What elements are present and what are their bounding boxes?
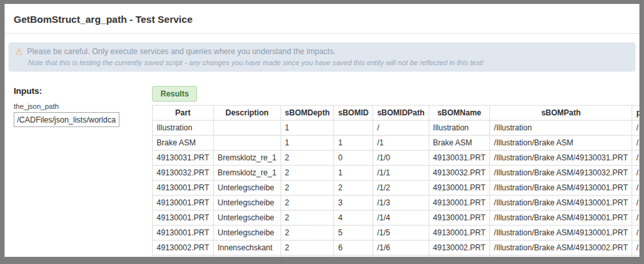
table-cell: Unterlegscheibe	[213, 196, 281, 211]
column-header-description[interactable]: Description	[213, 106, 281, 121]
table-cell: /	[632, 121, 639, 136]
table-cell: Illustration	[429, 121, 490, 136]
table-cell: Bremsklotz_re_1	[213, 166, 281, 181]
table-cell: 7	[334, 256, 373, 257]
table-cell: 2	[281, 166, 334, 181]
table-cell: /Illustration/Brake ASM/49130001.PRT	[490, 211, 632, 226]
results-table: PartDescriptionsBOMDepthsBOMIDsBOMIDPath…	[152, 105, 639, 257]
table-cell: 49130001.PRT	[429, 211, 490, 226]
table-cell: 49130001.PRT	[153, 226, 214, 241]
table-cell: Unterlegscheibe	[213, 226, 281, 241]
warning-line-1: ⚠ Please be careful. Only execute servic…	[15, 47, 628, 56]
table-cell: Bremsklotz_re_1	[213, 151, 281, 166]
table-cell: /1/7	[632, 256, 639, 257]
table-cell: /1	[373, 136, 429, 151]
table-cell: 2	[334, 181, 373, 196]
table-cell: /	[373, 121, 429, 136]
table-row[interactable]: Illustration1/Illustration/Illustration/	[153, 121, 640, 136]
table-cell: /1	[632, 136, 639, 151]
table-cell: /1/1	[632, 166, 639, 181]
page-title: GetBomStruct_arg_path - Test Service	[14, 14, 630, 25]
table-cell: /Illustration/Brake ASM/49130001.PRT	[490, 181, 632, 196]
table-cell: 49130002.PRT	[429, 241, 490, 256]
table-cell: /1/0	[632, 151, 639, 166]
table-cell: 49130031.PRT	[153, 151, 214, 166]
column-header-sbomid[interactable]: sBOMID	[334, 106, 373, 121]
table-cell: /Illustration	[490, 121, 632, 136]
table-cell: /1/7	[373, 256, 429, 257]
table-cell: 49130002.PRT	[429, 256, 490, 257]
table-cell: 49130001.PRT	[429, 181, 490, 196]
table-row[interactable]: 49130001.PRTUnterlegscheibe23/1/34913000…	[153, 196, 640, 211]
table-cell: /1/6	[373, 241, 429, 256]
table-cell: /Illustration/Brake ASM/49130001.PRT	[490, 226, 632, 241]
table-row[interactable]: 49130001.PRTUnterlegscheibe25/1/54913000…	[153, 226, 640, 241]
results-button[interactable]: Results	[152, 86, 197, 102]
table-cell: 1	[334, 136, 373, 151]
table-cell: 6	[334, 241, 373, 256]
table-cell: 2	[281, 241, 334, 256]
column-header-sbomname[interactable]: sBOMName	[429, 106, 490, 121]
table-cell: /1/1	[373, 166, 429, 181]
table-cell: Innensechskant	[213, 241, 281, 256]
table-cell: Illustration	[153, 121, 214, 136]
table-cell: 2	[281, 151, 334, 166]
table-cell: /1/4	[632, 211, 639, 226]
table-row[interactable]: 49130032.PRTBremsklotz_re_121/1/14913003…	[153, 166, 640, 181]
table-row[interactable]: 49130002.PRTInnensechskant26/1/649130002…	[153, 241, 640, 256]
table-cell: 4	[334, 211, 373, 226]
json-path-field-label: the_json_path	[14, 102, 152, 110]
table-cell: /Illustration/Brake ASM/49130002.PRT	[490, 241, 632, 256]
table-row[interactable]: 49130031.PRTBremsklotz_re_120/1/04913003…	[153, 151, 640, 166]
table-row[interactable]: 49130002.PRTInnensechskant27/1/749130002…	[153, 256, 640, 257]
table-cell: /1/5	[632, 226, 639, 241]
results-panel: Results PartDescriptionsBOMDepthsBOMIDsB…	[152, 86, 639, 257]
table-cell: 49130001.PRT	[153, 211, 214, 226]
table-cell: /1/3	[373, 196, 429, 211]
table-row[interactable]: Brake ASM11/1Brake ASM/Illustration/Brak…	[153, 136, 640, 151]
table-cell: /1/2	[632, 181, 639, 196]
table-cell: 49130001.PRT	[429, 196, 490, 211]
warning-banner: ⚠ Please be careful. Only execute servic…	[8, 42, 636, 72]
table-cell: 49130002.PRT	[153, 256, 214, 257]
table-cell: 0	[334, 151, 373, 166]
table-cell: /1/5	[373, 226, 429, 241]
table-cell: /1/0	[373, 151, 429, 166]
table-cell: 2	[281, 181, 334, 196]
table-cell: 1	[281, 136, 334, 151]
page-header: GetBomStruct_arg_path - Test Service	[5, 4, 639, 34]
table-cell: Brake ASM	[429, 136, 490, 151]
table-cell: /1/6	[632, 241, 639, 256]
column-header-part[interactable]: Part	[153, 106, 214, 121]
table-row[interactable]: 49130001.PRTUnterlegscheibe24/1/44913000…	[153, 211, 640, 226]
inputs-heading: Inputs:	[14, 86, 152, 96]
table-row[interactable]: 49130001.PRTUnterlegscheibe22/1/24913000…	[153, 181, 640, 196]
table-cell: Unterlegscheibe	[213, 181, 281, 196]
warning-text: Please be careful. Only execute services…	[27, 47, 336, 56]
column-header-sbompath[interactable]: sBOMPath	[490, 106, 632, 121]
table-cell: 49130001.PRT	[429, 226, 490, 241]
warning-triangle-icon: ⚠	[15, 47, 23, 56]
table-cell: /1/3	[632, 196, 639, 211]
table-cell: 49130001.PRT	[153, 181, 214, 196]
table-cell: 2	[281, 211, 334, 226]
table-cell	[334, 121, 373, 136]
table-cell: 49130002.PRT	[153, 241, 214, 256]
table-cell: /Illustration/Brake ASM/49130031.PRT	[490, 151, 632, 166]
inputs-panel: Inputs: the_json_path	[9, 86, 152, 127]
table-cell: 2	[281, 256, 334, 257]
table-cell: 49130032.PRT	[429, 166, 490, 181]
table-cell: 1	[334, 166, 373, 181]
json-path-input[interactable]	[14, 112, 119, 127]
column-header-sbomdepth[interactable]: sBOMDepth	[281, 106, 334, 121]
table-cell: 5	[334, 226, 373, 241]
column-header-path[interactable]: path	[632, 106, 639, 121]
table-cell: 3	[334, 196, 373, 211]
table-cell: Brake ASM	[153, 136, 214, 151]
table-cell: 49130032.PRT	[153, 166, 214, 181]
table-cell: Unterlegscheibe	[213, 211, 281, 226]
table-header-row: PartDescriptionsBOMDepthsBOMIDsBOMIDPath…	[153, 106, 640, 121]
table-cell: 2	[281, 196, 334, 211]
table-cell: /Illustration/Brake ASM/49130001.PRT	[490, 196, 632, 211]
column-header-sbomidpath[interactable]: sBOMIDPath	[373, 106, 429, 121]
